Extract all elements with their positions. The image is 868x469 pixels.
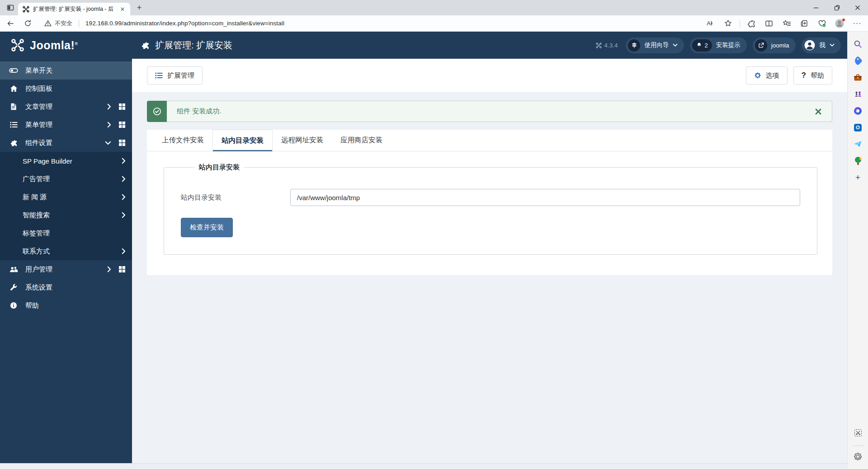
extensions-button[interactable] [745,17,758,30]
sidebar-games-button[interactable] [851,87,865,101]
tab-install-from-folder[interactable]: 站内目录安装 [212,130,273,151]
messages-count: 2 [704,42,708,49]
sidebar-microsoft365-button[interactable] [851,104,865,117]
sidebar-item-label: 控制面板 [25,84,126,93]
joomla-logo[interactable]: Joomla!® [0,38,132,52]
restore-button[interactable] [826,0,847,15]
favorites-button[interactable] [780,17,793,30]
install-folder-input[interactable] [290,189,800,206]
tab-upload-package[interactable]: 上传文件安装 [153,130,212,151]
fieldset-legend: 站内目录安装 [194,163,244,172]
bell-icon [696,42,702,48]
joomla-header-actions: 4.3.4 使用向导 2 安装提示 joomla [596,38,847,53]
sidebar-item-system[interactable]: 系统设置 [0,278,132,296]
sidebar-shopping-button[interactable] [851,54,865,67]
info-icon [9,302,19,309]
article-icon [9,103,19,110]
sidebar-item-menu-toggle[interactable]: 菜单开关 [0,61,132,80]
refresh-button[interactable] [21,17,34,30]
sidebar-toolbox-button[interactable] [851,70,865,84]
grid-icon[interactable] [118,121,126,128]
alert-close-button[interactable] [815,108,822,115]
page-title: 扩展管理: 扩展安装 [155,39,232,52]
sidebar-search-button[interactable] [851,37,865,51]
profile-button[interactable] [833,17,846,30]
sidebar-item-label: 系统设置 [25,283,126,292]
manage-extensions-button[interactable]: 扩展管理 [147,66,203,84]
post-install-messages-button[interactable]: 2 安装提示 [690,38,746,53]
user-circle-icon [804,39,816,51]
essentials-heart-icon [818,19,826,28]
help-button[interactable]: ? 帮助 [793,66,832,84]
submenu-item-tags[interactable]: 标签管理 [0,224,132,242]
sidebar-item-help[interactable]: 帮助 [0,296,132,314]
sidebar-drop-button[interactable] [851,137,865,151]
site-security-chip[interactable]: 不安全 [44,19,72,28]
microsoft-365-icon [853,106,863,116]
submenu-item-sp-page-builder[interactable]: SP Page Builder [0,152,132,170]
close-window-button[interactable] [847,0,868,15]
gear-icon [754,72,761,79]
sidebar-item-components[interactable]: 组件设置 [0,134,132,152]
options-button[interactable]: 选项 [746,66,788,84]
browser-essentials-button[interactable] [815,17,829,30]
signpost-icon-wrap [628,39,640,52]
manage-extensions-label: 扩展管理 [167,71,194,80]
tab-activities-button[interactable] [4,1,17,14]
joomla-version: 4.3.4 [596,42,618,49]
add-favorite-button[interactable] [721,17,735,30]
submenu-item-banners[interactable]: 广告管理 [0,170,132,188]
grid-icon[interactable] [118,139,126,146]
tab-install-from-web[interactable]: 应用商店安装 [332,130,391,151]
sidebar-item-label: 组件设置 [25,139,98,147]
address-bar-url[interactable]: 192.168.0.99/administrator/index.php?opt… [85,20,284,27]
shopping-tag-icon [853,56,863,65]
grid-icon[interactable] [118,266,126,273]
sidebar-tree-button[interactable] [851,154,865,168]
toolbox-icon [854,74,862,81]
back-button[interactable] [4,17,17,30]
page-subheader: 扩展管理 选项 ? 帮助 [132,59,847,92]
chevron-right-icon [122,194,126,200]
tab-install-from-url[interactable]: 远程网址安装 [273,130,332,151]
main-content: 组件 安装成功. 上传文件安装 站内目录安装 远程网址安装 应用商店安装 站内目… [132,92,847,463]
new-tab-button[interactable]: + [133,1,146,14]
submenu-item-contacts[interactable]: 联系方式 [0,242,132,260]
split-screen-button[interactable] [762,17,776,30]
tab-close-icon[interactable]: ✕ [118,5,127,13]
submenu-item-news-feeds[interactable]: 新 闻 源 [0,188,132,206]
submenu-item-smart-search[interactable]: 智能搜索 [0,206,132,224]
user-menu-button[interactable]: 我 [802,38,841,53]
sidebar-item-control-panel[interactable]: 控制面板 [0,80,132,98]
guided-tour-button[interactable]: 使用向导 [626,38,684,53]
browser-menu-button[interactable]: ··· [850,17,864,30]
profile-alert-dot [842,18,845,22]
browser-tab[interactable]: 扩展管理: 扩展安装 - joomla - 后 ✕ [18,3,130,15]
read-aloud-button[interactable]: A [703,17,717,30]
sidebar-item-content[interactable]: 文章管理 [0,98,132,116]
minimize-button[interactable] [806,0,826,15]
alert-icon-block [147,101,167,122]
sidebar-outlook-button[interactable]: O [851,121,865,134]
web-capture-button[interactable] [851,426,865,440]
edge-rail-bottom [851,426,865,469]
joomla-admin-page: Joomla!® 扩展管理: 扩展安装 4.3.4 使用向导 [0,32,847,469]
options-label: 选项 [766,71,779,80]
horizontal-scrollbar-track[interactable] [0,463,847,469]
close-icon [815,108,822,115]
install-from-folder-panel: 站内目录安装 站内目录安装 检查并安装 [147,151,832,275]
preview-site-button[interactable]: joomla [753,38,796,53]
browser-tab-strip: 扩展管理: 扩展安装 - joomla - 后 ✕ + [0,0,868,15]
sidebar-item-users[interactable]: 用户管理 [0,260,132,278]
chevron-right-icon [107,122,111,128]
home-icon [9,85,19,92]
check-and-install-button[interactable]: 检查并安装 [181,218,233,237]
collections-button[interactable] [797,17,811,30]
minimize-icon [813,5,819,11]
install-folder-fieldset: 站内目录安装 站内目录安装 检查并安装 [164,163,817,255]
sidebar-settings-button[interactable] [851,450,865,463]
sidebar-item-menus[interactable]: 菜单管理 [0,116,132,134]
url-divider [79,20,79,27]
grid-icon[interactable] [118,103,126,110]
sidebar-customize-button[interactable]: + [851,171,865,184]
